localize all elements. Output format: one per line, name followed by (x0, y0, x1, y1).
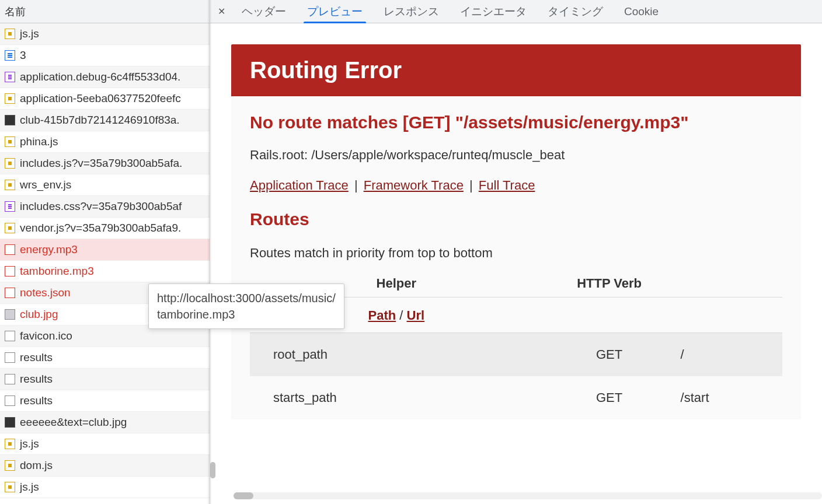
route-helper: starts_path (250, 376, 543, 419)
tab-4[interactable]: タイミング (537, 0, 614, 23)
route-verb: GET (543, 333, 676, 377)
network-list-pane: 名前 js.js3application.debug-6c4ff5533d04.… (0, 0, 210, 504)
framework-trace-link[interactable]: Framework Trace (364, 178, 464, 192)
request-name: js.js (20, 27, 39, 40)
request-name: results (20, 394, 53, 407)
detail-tabbar: ✕ ヘッダープレビューレスポンスイニシエータタイミングCookie (210, 0, 822, 23)
preview-area: Routing Error No route matches [GET] "/a… (210, 23, 822, 504)
request-row[interactable]: includes.css?v=35a79b300ab5af (0, 196, 210, 218)
request-row[interactable]: application.debug-6c4ff5533d04. (0, 66, 210, 88)
tab-5[interactable]: Cookie (614, 0, 669, 23)
request-row[interactable]: vendor.js?v=35a79b300ab5afa9. (0, 218, 210, 239)
request-row[interactable]: js.js (0, 477, 210, 498)
js-file-icon (5, 223, 15, 233)
path-link[interactable]: Path (368, 308, 396, 323)
request-name: includes.css?v=35a79b300ab5af (20, 200, 182, 213)
js-file-icon (5, 180, 15, 190)
devtools-root: 名前 js.js3application.debug-6c4ff5533d04.… (0, 0, 822, 504)
url-link[interactable]: Url (407, 308, 425, 323)
request-name: club.jpg (20, 308, 58, 321)
imgerr-file-icon (5, 309, 15, 320)
js-file-icon (5, 460, 15, 471)
request-row[interactable]: eeeeee&text=club.jpg (0, 412, 210, 433)
rails-error-title: Routing Error (231, 44, 801, 96)
request-name: js.js (20, 481, 39, 494)
tab-1[interactable]: プレビュー (297, 0, 373, 23)
request-name: notes.json (20, 286, 71, 299)
route-path: / (676, 333, 782, 377)
request-row[interactable]: results (0, 390, 210, 412)
col-path (676, 270, 782, 298)
js-file-icon (5, 439, 15, 449)
close-icon[interactable]: ✕ (214, 4, 229, 19)
request-name: results (20, 351, 53, 364)
rails-error-body: No route matches [GET] "/assets/music/en… (231, 96, 801, 419)
request-row[interactable]: phina.js (0, 131, 210, 153)
tab-0[interactable]: ヘッダー (231, 0, 297, 23)
routes-note: Routes match in priority from top to bot… (250, 246, 782, 261)
url-tooltip: http://localhost:3000/assets/music/ tamb… (148, 284, 344, 329)
application-trace-link[interactable]: Application Trace (250, 178, 349, 192)
js-file-icon (5, 29, 15, 39)
detail-pane: ✕ ヘッダープレビューレスポンスイニシエータタイミングCookie Routin… (210, 0, 822, 504)
css-file-icon (5, 72, 15, 82)
col-verb: HTTP Verb (543, 270, 676, 298)
request-row[interactable]: 3 (0, 45, 210, 66)
path-url-sep: / (396, 308, 406, 323)
route-path: /start (676, 376, 782, 419)
js-file-icon (5, 158, 15, 169)
request-row[interactable]: results (0, 369, 210, 390)
rails-root-path: Rails.root: /Users/apple/workspace/runte… (250, 148, 782, 163)
request-name: tamborine.mp3 (20, 265, 94, 278)
err-file-icon (5, 266, 15, 276)
vertical-scrollbar-thumb[interactable] (210, 462, 215, 478)
request-name: js.js (20, 438, 39, 450)
css-file-icon (5, 201, 15, 212)
img-file-icon (5, 417, 15, 428)
request-row[interactable]: dom.js (0, 455, 210, 477)
rails-trace-links: Application Trace | Framework Trace | Fu… (250, 178, 782, 193)
img-file-icon (5, 115, 15, 125)
request-name: energy.mp3 (20, 243, 78, 256)
request-name: 3 (20, 49, 26, 62)
horizontal-scrollbar[interactable] (234, 492, 822, 499)
request-name: wrs_env.js (20, 178, 71, 191)
request-name: application-5eeba06377520feefc (20, 92, 181, 105)
request-name: phina.js (20, 135, 58, 148)
other-file-icon (5, 352, 15, 363)
other-file-icon (5, 331, 15, 341)
doc-file-icon (5, 50, 15, 61)
err-file-icon (5, 244, 15, 255)
request-row[interactable]: includes.js?v=35a79b300ab5afa. (0, 153, 210, 174)
name-column-header[interactable]: 名前 (0, 0, 210, 23)
request-name: dom.js (20, 459, 53, 472)
js-file-icon (5, 482, 15, 492)
request-row[interactable]: js.js (0, 433, 210, 455)
route-verb: GET (543, 376, 676, 419)
route-row: root_pathGET/ (250, 333, 782, 377)
other-file-icon (5, 374, 15, 384)
err-file-icon (5, 288, 15, 298)
request-name: favicon.ico (20, 330, 72, 342)
other-file-icon (5, 396, 15, 406)
request-row[interactable]: tamborine.mp3 (0, 261, 210, 282)
request-row[interactable]: wrs_env.js (0, 174, 210, 196)
js-file-icon (5, 93, 15, 104)
rails-error-message: No route matches [GET] "/assets/music/en… (250, 113, 782, 132)
request-name: eeeeee&text=club.jpg (20, 416, 127, 429)
js-file-icon (5, 136, 15, 147)
request-row[interactable]: results (0, 347, 210, 369)
tab-3[interactable]: イニシエータ (450, 0, 537, 23)
scrollbar-thumb[interactable] (234, 492, 253, 499)
request-list: js.js3application.debug-6c4ff5533d04.app… (0, 23, 210, 504)
request-row[interactable]: js.js (0, 23, 210, 45)
request-row[interactable]: energy.mp3 (0, 239, 210, 261)
request-name: club-415b7db72141246910f83a. (20, 114, 180, 127)
full-trace-link[interactable]: Full Trace (479, 178, 535, 192)
request-name: application.debug-6c4ff5533d04. (20, 71, 180, 83)
route-row: starts_pathGET/start (250, 376, 782, 419)
request-row[interactable]: club-415b7db72141246910f83a. (0, 110, 210, 131)
request-row[interactable]: application-5eeba06377520feefc (0, 88, 210, 110)
tab-2[interactable]: レスポンス (373, 0, 450, 23)
request-name: includes.js?v=35a79b300ab5afa. (20, 157, 182, 170)
